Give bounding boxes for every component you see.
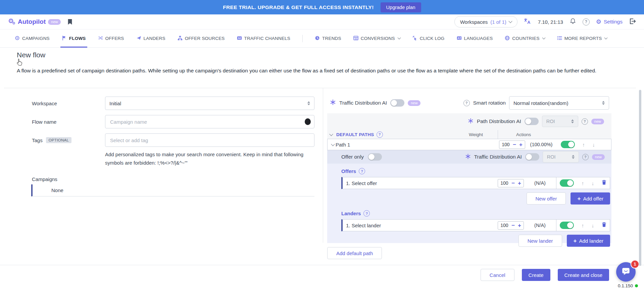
landers-help-icon[interactable]: ? <box>363 210 370 217</box>
settings-link[interactable]: ⚙ Settings <box>596 19 623 25</box>
path-ai-help-icon[interactable]: ? <box>582 118 588 125</box>
path-weight-share: (100.00%) <box>525 142 557 147</box>
add-lander-button[interactable]: +Add lander <box>567 235 610 247</box>
plus-icon[interactable]: + <box>519 142 523 148</box>
tab-label: TRENDS <box>322 36 341 41</box>
brand-autopilot[interactable]: Autopilot <box>18 18 46 25</box>
tab-countries[interactable]: COUNTRIES <box>505 30 545 48</box>
tab-click-log[interactable]: CLICK LOG <box>412 30 445 48</box>
version-label: 0.1.150 <box>618 283 633 288</box>
move-up-icon[interactable]: ↑ <box>582 223 584 228</box>
minus-icon[interactable]: − <box>513 142 516 148</box>
path-row[interactable]: Path 1 100 − + (100.00%) ↑ ↓ <box>327 139 611 150</box>
path-ai-toggle[interactable] <box>525 118 539 125</box>
minus-icon[interactable]: − <box>511 223 515 228</box>
new-offer-button[interactable]: New offer <box>527 192 566 205</box>
traffic-ai-toggle[interactable] <box>390 99 404 107</box>
lander-actions-cell: ↑ ↓ <box>556 220 610 231</box>
tab-flows[interactable]: FLOWS <box>62 30 86 48</box>
section-divider <box>4 88 636 88</box>
move-down-icon[interactable]: ↓ <box>592 142 595 148</box>
path-enabled-toggle[interactable] <box>561 141 575 148</box>
new-lander-button[interactable]: New lander <box>518 235 562 247</box>
tab-trends[interactable]: TRENDS <box>315 30 341 48</box>
path-ai-row: Path Distribution AI ROI ? new <box>327 113 611 129</box>
ai-distribution-icon <box>468 118 474 125</box>
tab-offer-sources[interactable]: OFFER SOURCES <box>178 30 225 48</box>
tab-conversions[interactable]: CONVERSIONS <box>353 30 400 48</box>
tab-landers[interactable]: LANDERS <box>136 30 165 48</box>
cancel-button[interactable]: Cancel <box>481 269 514 281</box>
help-icon[interactable]: ? <box>583 18 590 25</box>
workspace-select[interactable]: Initial <box>105 97 314 110</box>
smart-rotation-help-icon[interactable]: ? <box>463 100 470 106</box>
plus-icon[interactable]: + <box>518 180 521 186</box>
delete-lander-icon[interactable] <box>602 222 606 229</box>
tab-campaigns[interactable]: CAMPAIGNS <box>15 30 50 48</box>
lander-row[interactable]: 1. Select lander 100 − + (N/A) ↑ ↓ <box>341 219 610 231</box>
create-button[interactable]: Create <box>522 269 550 281</box>
flow-color-dot[interactable] <box>305 118 311 125</box>
offer-only-toggle[interactable] <box>368 153 382 161</box>
nav-divider <box>302 35 303 42</box>
offer-ai-metric-select: ROI <box>543 151 579 163</box>
translate-icon[interactable]: A <box>524 18 532 26</box>
offer-name[interactable]: 1. Select offer <box>346 180 377 186</box>
workspaces-label: Workspaces <box>460 19 488 25</box>
offers-help-icon[interactable]: ? <box>359 168 365 174</box>
tab-offers[interactable]: OFFERS <box>98 30 124 48</box>
smart-rotation-select[interactable]: Normal rotation(random) <box>509 96 609 110</box>
logout-icon[interactable] <box>629 18 636 26</box>
app-header: ⚙⚙ Autopilot new Workspaces (1 of 1) A 7… <box>0 14 644 30</box>
minus-icon[interactable]: − <box>511 180 515 186</box>
tab-label: OFFER SOURCES <box>185 36 225 41</box>
add-offer-button[interactable]: +Add offer <box>571 192 610 205</box>
lander-name[interactable]: 1. Select lander <box>346 223 381 228</box>
tab-traffic-channels[interactable]: Ad TRAFFIC CHANNELS <box>237 30 290 48</box>
offer-actions-cell: ↑ ↓ <box>556 177 610 189</box>
vertical-scrollbar[interactable] <box>639 90 641 266</box>
path-contents-block: Offers ? 1. Select offer 100 − + (N/A) ↑… <box>327 164 611 243</box>
move-up-icon[interactable]: ↑ <box>582 180 584 186</box>
create-and-close-button[interactable]: Create and close <box>558 269 609 281</box>
campaigns-icon <box>15 36 20 42</box>
upgrade-plan-button[interactable]: Upgrade plan <box>381 2 421 12</box>
bookmark-icon[interactable] <box>67 19 72 25</box>
lander-weight-share: (N/A) <box>524 223 556 228</box>
add-default-path-button[interactable]: Add default path <box>327 247 382 259</box>
path-name: Path 1 <box>336 142 350 148</box>
offer-weight-value[interactable]: 100 <box>500 180 508 186</box>
tab-more-reports[interactable]: MORE REPORTS <box>557 30 607 48</box>
offer-ai-toggle[interactable] <box>525 153 539 161</box>
path-weight-stepper[interactable]: 100 − + <box>499 140 525 149</box>
tab-languages[interactable]: A LANGUAGES <box>457 30 493 48</box>
offer-weight-stepper[interactable]: 100 − + <box>498 179 524 187</box>
plus-icon[interactable]: + <box>518 223 521 228</box>
flow-name-input[interactable] <box>105 115 314 128</box>
move-down-icon[interactable]: ↓ <box>592 223 594 228</box>
lander-enabled-toggle[interactable] <box>560 222 574 229</box>
trial-banner-text: FREE TRIAL. UPGRADE & GET FULL ACCESS IN… <box>223 4 374 10</box>
offer-ai-help-icon[interactable]: ? <box>582 154 589 160</box>
plus-icon: + <box>577 196 581 201</box>
footer-divider <box>0 265 644 265</box>
lander-weight-value[interactable]: 100 <box>500 223 508 228</box>
workspace-select-value: Initial <box>109 101 121 106</box>
offer-enabled-toggle[interactable] <box>560 179 574 187</box>
workspaces-selector[interactable]: Workspaces (1 of 1) <box>454 16 517 27</box>
move-up-icon[interactable]: ↑ <box>582 142 585 148</box>
default-paths-toggle[interactable]: DEFAULT PATHS ? <box>327 131 383 138</box>
default-paths-help-icon[interactable]: ? <box>377 131 383 138</box>
delete-offer-icon[interactable] <box>602 180 606 186</box>
workspace-row: Workspace Initial <box>32 97 314 110</box>
offer-row[interactable]: 1. Select offer 100 − + (N/A) ↑ ↓ <box>341 177 610 189</box>
notifications-bell-icon[interactable] <box>569 18 576 26</box>
select-arrows-icon <box>572 155 575 159</box>
tags-input[interactable] <box>105 133 314 147</box>
offer-sources-sitemap-icon <box>178 36 183 42</box>
lander-weight-stepper[interactable]: 100 − + <box>498 221 524 230</box>
move-down-icon[interactable]: ↓ <box>592 180 594 186</box>
tags-row: Tags OPTIONAL <box>32 133 314 147</box>
more-reports-list-icon <box>557 36 562 42</box>
path-weight-value[interactable]: 100 <box>502 142 510 147</box>
